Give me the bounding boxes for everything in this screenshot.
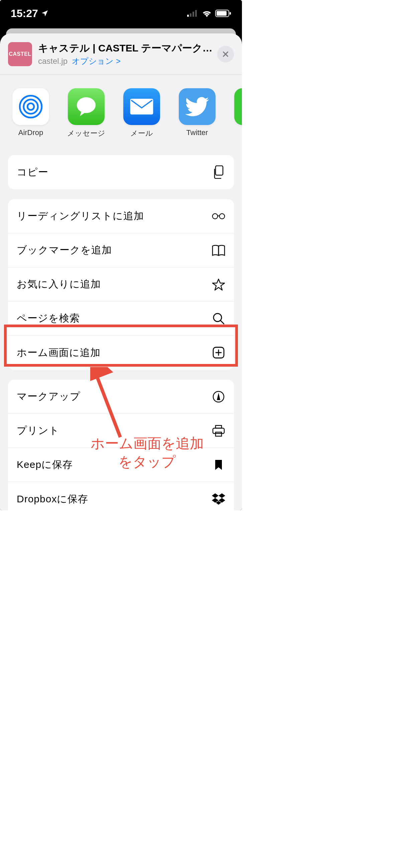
airdrop-icon [17, 93, 44, 120]
svg-rect-11 [130, 99, 153, 114]
options-link[interactable]: オプション > [72, 57, 121, 65]
action-label: マークアップ [17, 390, 81, 403]
share-app-mail[interactable]: メール [119, 88, 164, 138]
action-find-on-page[interactable]: ページを検索 [8, 302, 234, 336]
action-label: プリント [17, 424, 60, 437]
svg-rect-12 [216, 166, 223, 175]
action-label: ホーム画面に追加 [17, 346, 100, 360]
mail-icon [130, 98, 154, 115]
svg-rect-3 [195, 10, 197, 17]
glasses-icon [212, 210, 225, 223]
svg-rect-2 [192, 12, 194, 17]
bookmark-fill-icon [212, 458, 225, 472]
action-add-favorite[interactable]: お気に入りに追加 [8, 268, 234, 302]
action-section-2: リーディングリストに追加 ブックマークを追加 お気に入りに追加 ページを検索 [8, 199, 234, 370]
svg-rect-5 [217, 11, 226, 16]
markup-icon [212, 390, 225, 403]
messages-icon [74, 94, 99, 119]
location-icon [41, 9, 49, 18]
action-markup[interactable]: マークアップ [8, 380, 234, 414]
svg-point-8 [24, 100, 38, 114]
svg-rect-1 [190, 13, 191, 17]
close-icon [222, 51, 229, 58]
svg-rect-23 [216, 432, 221, 436]
action-add-bookmark[interactable]: ブックマークを追加 [8, 233, 234, 268]
action-save-to-keep[interactable]: Keepに保存 [8, 448, 234, 482]
share-app-row[interactable]: AirDrop メッセージ メール Twitter [0, 75, 242, 145]
sheet-header: CASTEL キャステル | CASTEL テーマパーク… castel.jp … [0, 33, 242, 75]
action-reading-list[interactable]: リーディングリストに追加 [8, 199, 234, 233]
share-sheet: CASTEL キャステル | CASTEL テーマパーク… castel.jp … [0, 33, 242, 510]
share-app-label: メール [130, 128, 153, 138]
share-app-line[interactable] [230, 88, 242, 138]
share-app-airdrop[interactable]: AirDrop [8, 88, 54, 138]
action-label: お気に入りに追加 [17, 277, 101, 291]
action-save-to-dropbox[interactable]: Dropboxに保存 [8, 482, 234, 510]
site-icon: CASTEL [8, 42, 32, 66]
action-label: Dropboxに保存 [17, 492, 88, 506]
battery-icon [215, 10, 231, 17]
action-label: Keepに保存 [17, 458, 73, 472]
svg-rect-22 [213, 428, 224, 434]
twitter-icon [185, 97, 209, 116]
svg-point-13 [213, 214, 218, 219]
status-bar: 15:27 [0, 0, 242, 27]
action-label: コピー [17, 165, 49, 179]
svg-rect-6 [229, 12, 231, 15]
page-title: キャステル | CASTEL テーマパーク… [38, 41, 217, 55]
book-icon [212, 244, 225, 257]
share-app-messages[interactable]: メッセージ [63, 88, 109, 138]
action-section-1: コピー [8, 155, 234, 189]
svg-line-16 [220, 320, 224, 324]
status-icons [187, 10, 231, 17]
wifi-icon [202, 10, 212, 17]
close-button[interactable] [217, 46, 234, 62]
action-add-to-home-screen[interactable]: ホーム画面に追加 [8, 336, 234, 370]
phone-frame: 15:27 CASTEL キャステル | CASTEL テーマパーク… cast… [0, 0, 242, 510]
svg-point-10 [77, 97, 96, 113]
cellular-icon [187, 10, 198, 17]
svg-point-14 [220, 214, 225, 219]
svg-point-7 [27, 103, 34, 110]
star-icon [212, 278, 225, 291]
page-domain: castel.jp [38, 57, 67, 65]
search-icon [212, 312, 225, 325]
action-print[interactable]: プリント [8, 414, 234, 448]
share-app-label: メッセージ [67, 128, 105, 138]
copy-icon [212, 165, 225, 179]
share-app-label: Twitter [186, 128, 208, 137]
share-app-label: AirDrop [19, 128, 43, 137]
action-label: ブックマークを追加 [17, 243, 112, 257]
action-section-3: マークアップ プリント Keepに保存 Dropboxに保存 [8, 380, 234, 510]
print-icon [212, 424, 225, 437]
plus-square-icon [212, 346, 225, 359]
action-label: ページを検索 [17, 311, 80, 325]
dropbox-icon [212, 492, 225, 506]
share-app-twitter[interactable]: Twitter [175, 88, 220, 138]
action-label: リーディングリストに追加 [17, 209, 144, 223]
svg-rect-0 [187, 15, 189, 17]
action-copy[interactable]: コピー [8, 155, 234, 189]
status-time: 15:27 [11, 7, 38, 20]
